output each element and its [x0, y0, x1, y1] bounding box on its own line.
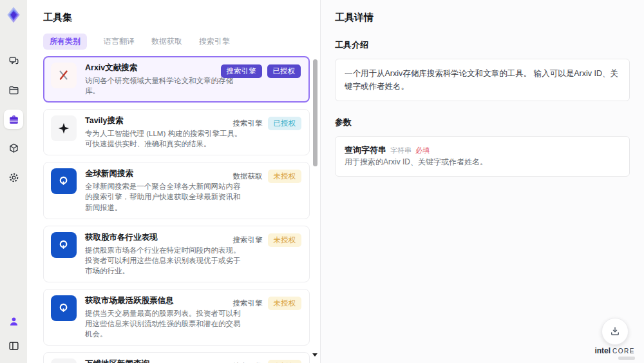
core-wordmark: CORE	[612, 348, 635, 355]
tool-name: Tavily搜索	[85, 115, 247, 126]
param-header: 查询字符串 字符串 必填	[345, 144, 620, 156]
tool-name: 万维地区新闻查询	[85, 358, 247, 363]
category-tab[interactable]: 语言翻译	[104, 36, 135, 47]
param-name: 查询字符串	[345, 144, 386, 156]
param-type: 字符串	[390, 146, 412, 155]
download-button[interactable]	[601, 318, 629, 345]
tool-description: 全球新闻搜索是一个聚合全球各大新闻网站内容的搜索引擎，帮助用户快速获取全球最新资…	[85, 181, 247, 212]
intel-core-logo: intelCORE	[594, 347, 635, 360]
scrollbar-thumb[interactable]	[313, 59, 317, 166]
category-tab[interactable]: 搜索引擎	[199, 36, 230, 47]
tool-card[interactable]: 获取股市各行业表现 提供股票市场各个行业在特定时间段内的表现。投资者可以利用这些…	[43, 226, 310, 282]
app-logo-icon	[4, 5, 23, 25]
nav-rail	[0, 0, 27, 363]
bluequery-icon	[51, 232, 77, 258]
tool-card[interactable]: 获取市场最活跃股票信息 提供当天交易量最高的股票列表。投资者可以利用这些信息来识…	[43, 289, 310, 346]
auth-status-badge: 未授权	[268, 233, 302, 247]
tool-body: 获取股市各行业表现 提供股票市场各个行业在特定时间段内的表现。投资者可以利用这些…	[85, 232, 247, 276]
tool-badges: 搜索引擎 已授权	[233, 117, 302, 130]
user-avatar-icon[interactable]	[4, 311, 23, 331]
category-badge: 搜索引擎	[221, 64, 262, 78]
core-sub-mark	[618, 357, 635, 360]
category-badge: 搜索引擎	[233, 233, 263, 247]
app-window: 工具集 所有类别语言翻译数据获取搜索引擎 Arxiv文献搜索 访问各个研究领域大…	[0, 0, 644, 363]
arxiv-icon	[51, 63, 77, 88]
scrollbar-down-arrow[interactable]	[312, 353, 317, 357]
rail-nav	[4, 52, 23, 187]
auth-status-badge: 已授权	[267, 64, 301, 78]
param-required-badge: 必填	[415, 146, 430, 155]
auth-status-badge: 未授权	[268, 170, 302, 183]
bluequery-icon	[51, 295, 77, 321]
tool-body: Tavily搜索 专为人工智能代理 (LLM) 构建的搜索引擎工具。可快速提供实…	[85, 115, 247, 149]
detail-title: 工具详情	[335, 12, 630, 24]
nav-folder-icon[interactable]	[4, 81, 23, 100]
tool-body: 全球新闻搜索 全球新闻搜索是一个聚合全球各大新闻网站内容的搜索引擎，帮助用户快速…	[85, 168, 247, 212]
nav-settings-icon[interactable]	[4, 168, 23, 187]
tool-body: 万维地区新闻查询 查询具体行政区划内的新闻，快速了解各地新闻动	[85, 358, 247, 363]
intro-text: 一个用于从Arxiv存储库搜索科学论文和文章的工具。 输入可以是Arxiv ID…	[345, 67, 620, 93]
tool-card[interactable]: 全球新闻搜索 全球新闻搜索是一个聚合全球各大新闻网站内容的搜索引擎，帮助用户快速…	[43, 162, 310, 219]
nav-cube-icon[interactable]	[4, 139, 23, 158]
tool-list: Arxiv文献搜索 访问各个研究领域大量科学论文和文章的存储库。 搜索引擎 已授…	[43, 56, 310, 363]
tool-detail-panel: 工具详情 工具介绍 一个用于从Arxiv存储库搜索科学论文和文章的工具。 输入可…	[321, 0, 644, 363]
tool-badges: 搜索引擎 未授权	[233, 297, 302, 310]
tool-description: 提供股票市场各个行业在特定时间段内的表现。投资者可以利用这些信息来识别表现优于或…	[85, 245, 247, 276]
auth-status-badge: 已授权	[268, 117, 302, 130]
category-tab[interactable]: 数据获取	[151, 36, 182, 47]
tool-badges: 搜索引擎 未授权	[233, 360, 302, 363]
category-tabs: 所有类别语言翻译数据获取搜索引擎	[43, 34, 310, 48]
param-box: 查询字符串 字符串 必填 用于搜索的Arxiv ID、关键字或作者姓名。	[335, 136, 630, 177]
category-badge: 搜索引擎	[233, 360, 263, 363]
category-badge: 搜索引擎	[233, 117, 263, 130]
rail-bottom	[4, 311, 23, 355]
tool-description: 提供当天交易量最高的股票列表。投资者可以利用这些信息来识别流动性强的股票和潜在的…	[85, 308, 247, 339]
nav-toolbox-icon[interactable]	[4, 110, 23, 129]
sidebar-toggle-icon[interactable]	[4, 336, 23, 355]
tool-card[interactable]: Arxiv文献搜索 访问各个研究领域大量科学论文和文章的存储库。 搜索引擎 已授…	[43, 56, 310, 103]
tool-name: 获取市场最活跃股票信息	[85, 295, 247, 306]
page-title: 工具集	[43, 12, 310, 24]
auth-status-badge: 未授权	[268, 297, 302, 310]
nav-chat-icon[interactable]	[4, 52, 23, 71]
category-badge: 搜索引擎	[233, 297, 263, 310]
news-icon	[51, 358, 77, 363]
auth-status-badge: 未授权	[268, 360, 302, 363]
bluequery-icon	[51, 168, 77, 194]
params-heading: 参数	[335, 117, 630, 128]
corner-widgets: intelCORE	[594, 318, 635, 360]
tool-card[interactable]: 万维地区新闻查询 查询具体行政区划内的新闻，快速了解各地新闻动 搜索引擎 未授权	[43, 352, 310, 363]
tool-name: 获取股市各行业表现	[85, 232, 247, 243]
tavily-icon	[51, 115, 77, 141]
scrollbar[interactable]	[312, 57, 318, 363]
tool-list-panel: 工具集 所有类别语言翻译数据获取搜索引擎 Arxiv文献搜索 访问各个研究领域大…	[27, 0, 321, 363]
intro-box: 一个用于从Arxiv存储库搜索科学论文和文章的工具。 输入可以是Arxiv ID…	[335, 59, 630, 101]
param-description: 用于搜索的Arxiv ID、关键字或作者姓名。	[345, 156, 620, 168]
tool-description: 专为人工智能代理 (LLM) 构建的搜索引擎工具。可快速提供实时、准确和真实的结…	[85, 128, 247, 149]
tool-body: 获取市场最活跃股票信息 提供当天交易量最高的股票列表。投资者可以利用这些信息来识…	[85, 295, 247, 339]
download-icon	[609, 326, 621, 337]
category-tab[interactable]: 所有类别	[43, 34, 87, 50]
tool-card[interactable]: Tavily搜索 专为人工智能代理 (LLM) 构建的搜索引擎工具。可快速提供实…	[43, 109, 310, 155]
tool-name: 全球新闻搜索	[85, 168, 247, 179]
tool-description: 访问各个研究领域大量科学论文和文章的存储库。	[85, 75, 247, 96]
category-badge: 数据获取	[233, 170, 263, 183]
tool-badges: 搜索引擎 未授权	[233, 233, 302, 247]
tool-badges: 搜索引擎 已授权	[221, 64, 301, 78]
intro-heading: 工具介绍	[335, 39, 630, 51]
intel-wordmark: intel	[594, 346, 611, 355]
tool-badges: 数据获取 未授权	[233, 170, 302, 183]
